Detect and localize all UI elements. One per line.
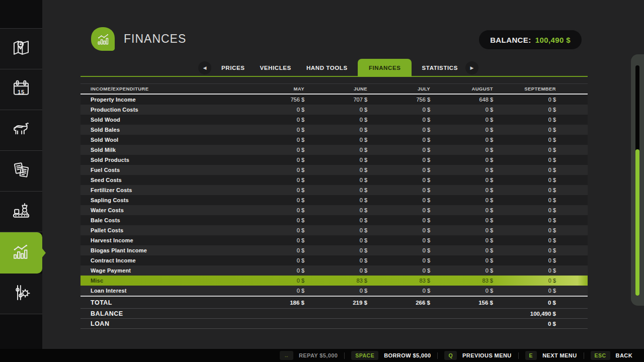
table-row[interactable]: Contract Income0 $0 $0 $0 $0 $ xyxy=(80,255,588,265)
table-row[interactable]: Sold Milk0 $0 $0 $0 $0 $ xyxy=(80,145,588,155)
row-label: Sold Wool xyxy=(80,137,242,143)
row-value: 0 $ xyxy=(493,107,556,113)
table-row[interactable]: Sold Bales0 $0 $0 $0 $0 $ xyxy=(80,125,588,135)
sidebar-item-animals[interactable] xyxy=(0,110,42,151)
sidebar-item-map[interactable] xyxy=(0,29,42,69)
row-label: Sapling Costs xyxy=(80,197,242,203)
main-content: FINANCES BALANCE: 100,490 $ ◀ PRICESVEHI… xyxy=(42,0,644,349)
tab-list: PRICESVEHICLESHAND TOOLSFINANCESSTATISTI… xyxy=(216,59,463,77)
row-label: TOTAL xyxy=(80,299,242,306)
row-value: 0 $ xyxy=(242,167,304,173)
keybind-previous-menu[interactable]: Q PREVIOUS MENU xyxy=(444,351,511,360)
row-value: 0 $ xyxy=(493,227,556,233)
tab-statistics[interactable]: STATISTICS xyxy=(417,59,463,77)
keybind-label: BORROW $5,000 xyxy=(384,352,431,358)
row-value: 0 $ xyxy=(242,137,304,143)
tabs-prev-button[interactable]: ◀ xyxy=(198,61,211,74)
row-value: 0 $ xyxy=(493,207,556,213)
row-value: 83 $ xyxy=(430,278,493,284)
table-body: Property Income756 $707 $756 $648 $0 $Pr… xyxy=(80,95,588,296)
row-value: 0 $ xyxy=(493,137,556,143)
row-value: 0 $ xyxy=(430,137,493,143)
key-badge: Q xyxy=(444,351,457,360)
table-row[interactable]: Sold Wood0 $0 $0 $0 $0 $ xyxy=(80,115,588,125)
sidebar-item-production[interactable] xyxy=(0,192,42,232)
row-label: Pallet Costs xyxy=(80,227,242,233)
finances-table: INCOME/EXPENDITURE MAY JUNE JULY AUGUST … xyxy=(80,83,588,329)
keybind-separator xyxy=(437,352,438,359)
sidebar-item-contracts[interactable] xyxy=(0,151,42,192)
scrollbar xyxy=(631,54,644,306)
row-label: Production Costs xyxy=(80,107,242,113)
table-row[interactable]: Wage Payment0 $0 $0 $0 $0 $ xyxy=(80,265,588,276)
row-value: 0 $ xyxy=(493,288,556,294)
row-value: 0 $ xyxy=(367,247,430,253)
balance-label: BALANCE: xyxy=(490,36,531,44)
table-row[interactable]: Sold Wool0 $0 $0 $0 $0 $ xyxy=(80,135,588,145)
row-value: 0 $ xyxy=(242,288,304,294)
row-value: 0 $ xyxy=(367,147,430,153)
row-value: 100,490 $ xyxy=(493,311,556,317)
keybind-back[interactable]: ESC BACK xyxy=(591,351,632,360)
sidebar-item-finances[interactable]: ▸ xyxy=(0,232,42,274)
row-value: 0 $ xyxy=(367,217,430,223)
row-value: 0 $ xyxy=(430,267,493,274)
column-header-august: AUGUST xyxy=(430,86,493,92)
row-value: 0 $ xyxy=(367,177,430,183)
sidebar: 15 ▸ xyxy=(0,0,42,349)
table-row[interactable]: Production Costs0 $0 $0 $0 $0 $ xyxy=(80,105,588,115)
row-value: 0 $ xyxy=(304,288,367,294)
table-row[interactable]: Property Income756 $707 $756 $648 $0 $ xyxy=(80,95,588,105)
table-row[interactable]: Water Costs0 $0 $0 $0 $0 $ xyxy=(80,205,588,215)
sidebar-item-settings[interactable] xyxy=(0,274,42,314)
row-value: 0 $ xyxy=(304,247,367,253)
table-row-selected[interactable]: Misc0 $83 $83 $83 $0 $ xyxy=(80,276,588,286)
chevron-left-icon: ◀ xyxy=(203,65,207,70)
row-value: 0 $ xyxy=(242,117,304,123)
tabs-next-button[interactable]: ▶ xyxy=(465,61,478,74)
row-value: 756 $ xyxy=(367,97,430,103)
table-row[interactable]: Sapling Costs0 $0 $0 $0 $0 $ xyxy=(80,195,588,205)
row-label: LOAN xyxy=(80,320,242,327)
scrollbar-thumb[interactable] xyxy=(635,149,639,296)
balance-pill: BALANCE: 100,490 $ xyxy=(479,30,582,49)
key-badge: ESC xyxy=(591,351,610,360)
table-row[interactable]: Bale Costs0 $0 $0 $0 $0 $ xyxy=(80,215,588,225)
sidebar-spacer xyxy=(0,0,42,29)
row-value: 0 $ xyxy=(304,137,367,143)
row-value: 0 $ xyxy=(304,147,367,153)
finances-page-icon xyxy=(91,27,115,51)
row-value: 0 $ xyxy=(493,278,556,284)
row-value: 0 $ xyxy=(430,237,493,243)
table-row[interactable]: Loan Interest0 $0 $0 $0 $0 $ xyxy=(80,286,588,296)
row-value: 0 $ xyxy=(242,157,304,163)
table-row[interactable]: Fuel Costs0 $0 $0 $0 $0 $ xyxy=(80,165,588,175)
row-label: Seed Costs xyxy=(80,177,242,183)
table-row[interactable]: Pallet Costs0 $0 $0 $0 $0 $ xyxy=(80,225,588,235)
row-value: 83 $ xyxy=(367,278,430,284)
table-row[interactable]: Harvest Income0 $0 $0 $0 $0 $ xyxy=(80,235,588,245)
tab-prices[interactable]: PRICES xyxy=(216,59,250,77)
bottom-keybind-bar: ↔ REPAY $5,000 SPACE BORROW $5,000 Q PRE… xyxy=(0,349,644,362)
table-row[interactable]: Sold Products0 $0 $0 $0 $0 $ xyxy=(80,155,588,165)
row-label: Sold Milk xyxy=(80,147,242,153)
row-label: Contract Income xyxy=(80,257,242,263)
tab-hand-tools[interactable]: HAND TOOLS xyxy=(301,59,353,77)
table-row[interactable]: Seed Costs0 $0 $0 $0 $0 $ xyxy=(80,175,588,185)
tab-vehicles[interactable]: VEHICLES xyxy=(255,59,296,77)
keybind-next-menu[interactable]: E NEXT MENU xyxy=(525,351,577,360)
table-row[interactable]: Fertilizer Costs0 $0 $0 $0 $0 $ xyxy=(80,185,588,195)
keybind-borrow-5-000[interactable]: SPACE BORROW $5,000 xyxy=(351,351,431,360)
sidebar-item-calendar[interactable]: 15 xyxy=(0,69,42,110)
row-value: 0 $ xyxy=(493,300,556,306)
row-value: 0 $ xyxy=(304,127,367,133)
keybind-repay-5-000[interactable]: ↔ REPAY $5,000 xyxy=(280,351,338,360)
tab-finances[interactable]: FINANCES xyxy=(358,59,412,77)
row-value: 0 $ xyxy=(430,127,493,133)
table-row[interactable]: Biogas Plant Income0 $0 $0 $0 $0 $ xyxy=(80,245,588,255)
row-label: Harvest Income xyxy=(80,237,242,243)
keybind-label: REPAY $5,000 xyxy=(299,352,338,358)
row-label: Fertilizer Costs xyxy=(80,187,242,193)
row-value: 756 $ xyxy=(242,97,304,103)
row-value: 0 $ xyxy=(430,117,493,123)
